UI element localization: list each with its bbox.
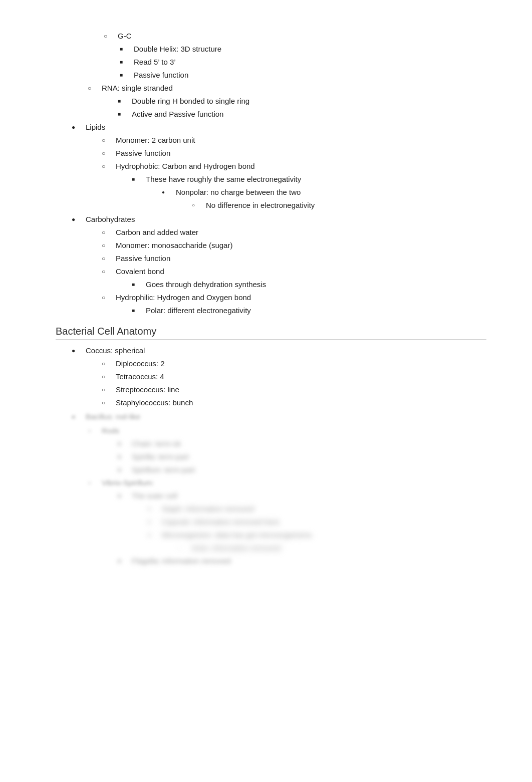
- list-item: No difference in electronegativity: [192, 199, 486, 211]
- list-item: Passive function: [102, 252, 486, 265]
- list-item: Carbon and added water: [102, 226, 486, 238]
- blurred-vibrio-sub: The outer cell Staph: information remove…: [118, 490, 486, 567]
- blurred-vibrio-list: Vibrio-Spirillum: The outer cell Staph: …: [88, 477, 486, 567]
- list-item-blurred: Rods Chain: term-ok Spirilla: term-part …: [88, 425, 486, 476]
- section-heading-bacterial: Bacterial Cell Anatomy: [56, 326, 486, 340]
- list-item: Read 5’ to 3’: [120, 56, 486, 68]
- list-item-blurred: Capsule: information removed here: [148, 516, 486, 528]
- covalent-sub-list: Goes through dehydration synthesis: [132, 279, 486, 291]
- lipids-list: Lipids Monomer: 2 carbon unit Passive fu…: [72, 121, 486, 211]
- list-item: Diplococcus: 2: [102, 358, 486, 370]
- rna-sub-list: Double ring H bonded to single ring Acti…: [118, 95, 486, 120]
- list-item: Carbohydrates Carbon and added water Mon…: [72, 213, 486, 317]
- blurred-rods-list: Rods Chain: term-ok Spirilla: term-part …: [88, 425, 486, 476]
- list-item: RNA: single stranded Double ring H bonde…: [88, 82, 486, 120]
- list-item: Double ring H bonded to single ring: [118, 95, 486, 107]
- list-item-blurred: Flagella: information removed: [118, 555, 486, 567]
- list-item: G-C: [104, 30, 486, 42]
- list-item: Tetracoccus: 4: [102, 371, 486, 383]
- list-item: Streptococcus: line: [102, 384, 486, 396]
- list-item-blurred: Vibrio-Spirillum: The outer cell Staph: …: [88, 477, 486, 567]
- list-item-blurred: Chain: term-ok: [118, 438, 486, 450]
- list-item-blurred: Microorganism: data has got microorganis…: [148, 529, 486, 554]
- document-content: G-C Double Helix: 3D structure Read 5’ t…: [56, 30, 486, 567]
- list-item: Staphylococcus: bunch: [102, 397, 486, 409]
- list-item-blurred: Note: information removed: [178, 542, 486, 554]
- list-item-blurred: Spirillum: term-part: [118, 464, 486, 476]
- list-item: Double Helix: 3D structure: [120, 43, 486, 55]
- rna-list: RNA: single stranded Double ring H bonde…: [88, 82, 486, 120]
- blurred-vibrio-level4: Staph: information removed Capsule: info…: [148, 503, 486, 554]
- list-item-blurred: The outer cell Staph: information remove…: [118, 490, 486, 554]
- list-item: Lipids Monomer: 2 carbon unit Passive fu…: [72, 121, 486, 211]
- blurred-rods-sub: Chain: term-ok Spirilla: term-part Spiri…: [118, 438, 486, 476]
- list-item: Nonpolar: no charge between the two No d…: [162, 186, 486, 211]
- list-item: Coccus: spherical Diplococcus: 2 Tetraco…: [72, 345, 486, 409]
- dna-sub-list: Double Helix: 3D structure Read 5’ to 3’…: [120, 43, 486, 81]
- list-item: Monomer: 2 carbon unit: [102, 134, 486, 146]
- carbohydrates-sub-list: Carbon and added water Monomer: monosacc…: [102, 226, 486, 317]
- coccus-sub-list: Diplococcus: 2 Tetracoccus: 4 Streptococ…: [102, 358, 486, 409]
- list-item: Goes through dehydration synthesis: [132, 279, 486, 291]
- carbohydrates-list: Carbohydrates Carbon and added water Mon…: [72, 213, 486, 317]
- list-item: Covalent bond Goes through dehydration s…: [102, 266, 486, 291]
- list-item-blurred: Spirilla: term-part: [118, 451, 486, 463]
- list-item: Passive function: [102, 147, 486, 159]
- list-item: Passive function: [120, 69, 486, 81]
- list-item: These have roughly the same electronegat…: [132, 173, 486, 211]
- lipids-level5-list: No difference in electronegativity: [192, 199, 486, 211]
- blurred-level5: Note: information removed: [178, 542, 486, 554]
- lipids-sub-list: Monomer: 2 carbon unit Passive function …: [102, 134, 486, 211]
- hydrophilic-sub-list: Polar: different electronegativity: [132, 305, 486, 317]
- gc-list: G-C: [104, 30, 486, 42]
- list-item-blurred: Staph: information removed: [148, 503, 486, 515]
- lipids-level3-list: These have roughly the same electronegat…: [132, 173, 486, 211]
- lipids-level4-list: Nonpolar: no charge between the two No d…: [162, 186, 486, 211]
- list-item: Polar: different electronegativity: [132, 305, 486, 317]
- list-item: Active and Passive function: [118, 108, 486, 120]
- list-item: Hydrophilic: Hydrogen and Oxygen bond Po…: [102, 292, 486, 317]
- list-item: Monomer: monosaccharide (sugar): [102, 239, 486, 251]
- list-item-blurred-1: Bacillus: rod-like: [72, 411, 486, 423]
- list-item: Hydrophobic: Carbon and Hydrogen bond Th…: [102, 160, 486, 211]
- coccus-list: Coccus: spherical Diplococcus: 2 Tetraco…: [72, 345, 486, 423]
